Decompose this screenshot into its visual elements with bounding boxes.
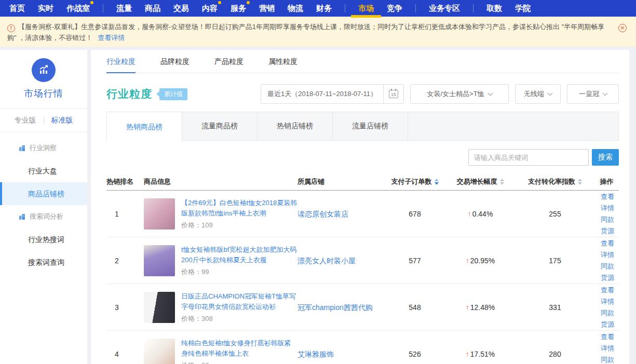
nav-label: 交易 [173,4,189,12]
nav-divider [415,4,416,12]
same-source-link[interactable]: 同款货源 [601,307,619,330]
same-source-link[interactable]: 同款货源 [601,214,619,237]
nav-item-home[interactable]: 首页 [9,0,25,17]
subtab-hot-shops[interactable]: 热销店铺榜 [257,112,333,140]
sidebar-item-search-word-query[interactable]: 搜索词查询 [0,251,87,274]
shop-level-dropdown[interactable]: 一皇冠 [567,84,619,104]
product-image[interactable] [144,198,175,230]
search-input[interactable] [468,149,589,166]
search-bar: 搜索 [106,149,619,166]
tab-brand-granularity[interactable]: 品牌粒度 [160,50,190,73]
nav-item-business-zone[interactable]: 业务专区 [429,0,460,17]
version-pro[interactable]: 专业版 [15,116,36,125]
sidebar-item-product-shop-rank[interactable]: 商品店铺榜 [0,182,87,205]
market-chart-icon [32,58,56,82]
shop-link[interactable]: 读恋原创女装店 [297,209,385,219]
nav-item-finance[interactable]: 财务 [316,0,332,17]
col-growth: 交易增长幅度 [445,177,516,186]
growth-value: 20.95% [470,257,495,265]
product-title-link[interactable]: 日版正品CHAMPION冠军短袖T恤草写字母印花男女情侣款宽松运动衫 [181,291,297,312]
nav-item-logistics[interactable]: 物流 [288,0,303,17]
nav-item-goods[interactable]: 商品 [145,0,160,17]
sidebar-item-industry-board[interactable]: 行业大盘 [0,159,87,182]
product-title-link[interactable]: 【2件69元】白色短袖t恤女2018夏装韩版新款韩范t恤ins半袖上衣潮 [181,198,297,219]
app-title: 市场行情 [0,87,87,100]
tab-product-granularity[interactable]: 产品粒度 [214,50,243,73]
table-row: 2 t恤女短袖韩版bf宽松超大款加肥加大码200斤中长款纯棉夏天上衣服 价格：9… [106,237,619,284]
nav-item-academy[interactable]: 学院 [515,0,531,17]
nav-item-data-fetch[interactable]: 取数 [486,0,502,17]
growth-value: 12.48% [470,303,495,312]
up-arrow-icon [466,303,469,312]
close-icon[interactable]: ✕ [618,24,627,32]
up-arrow-icon [466,257,469,265]
actions-cell: 查看详情 同款货源 [594,331,619,364]
sort-orders-icon[interactable] [435,179,439,185]
sidebar: 市场行情 专业版 标准版 行业洞察 行业大盘 商品店铺榜 搜索词分析 行业热搜词… [0,50,87,364]
view-detail-link[interactable]: 查看详情 [601,238,619,261]
date-range-picker[interactable]: 最近1天（2018-07-11~2018-07-11） 15 [261,84,404,104]
calendar-icon[interactable]: 15 [384,85,403,103]
nav-item-content[interactable]: 内容 [202,0,218,17]
growth-cell: 12.48% [445,303,516,312]
product-image[interactable] [144,292,175,323]
view-detail-link[interactable]: 查看详情 [601,285,619,307]
growth-value: 0.44% [472,210,493,218]
view-detail-link[interactable]: 查看详情 [601,331,619,354]
banner-detail-link[interactable]: 查看详情 [98,34,125,42]
rank-value: 2 [106,257,144,265]
subtab-traffic-products[interactable]: 流量商品榜 [182,112,258,140]
date-range-value: 最近1天（2018-07-11~2018-07-11） [261,85,384,103]
shop-link[interactable]: 艾琳雅服饰 [297,349,385,359]
search-button[interactable]: 搜索 [592,149,619,166]
nav-item-marketing[interactable]: 营销 [259,0,275,17]
actions-cell: 查看详情 同款货源 [594,285,619,330]
nav-item-service[interactable]: 服务 [231,0,246,17]
page-body: 市场行情 专业版 标准版 行业洞察 行业大盘 商品店铺榜 搜索词分析 行业热搜词… [0,50,636,364]
notification-dot [218,1,221,4]
nav-label: 业务专区 [429,4,460,12]
tab-industry-granularity[interactable]: 行业粒度 [106,50,136,73]
shop-link[interactable]: 漂亮女人时装小屋 [297,255,385,266]
orders-value: 678 [385,210,445,218]
same-source-link[interactable]: 同款货源 [601,354,619,364]
product-price: 价格：308 [181,314,297,323]
product-image[interactable] [144,339,175,364]
orders-value: 577 [385,257,445,265]
col-conversion-label: 支付转化率指数 [528,177,575,186]
nav-item-market[interactable]: 市场 [358,0,374,17]
actions-cell: 查看详情 同款货源 [594,238,619,284]
col-product-info: 商品信息 [144,177,297,186]
shop-link[interactable]: 冠军champion茜茜代购 [297,302,385,313]
product-cell: t恤女短袖韩版bf宽松超大款加肥加大码200斤中长款纯棉夏天上衣服 价格：99 [144,245,297,277]
version-divider [44,117,44,124]
product-image[interactable] [144,245,175,276]
subtab-hot-products[interactable]: 热销商品榜 [106,112,182,142]
nav-item-realtime[interactable]: 实时 [38,0,53,17]
nav-item-trade[interactable]: 交易 [173,0,189,17]
terminal-dropdown[interactable]: 无线端 [515,84,561,104]
sidebar-item-hot-search-words[interactable]: 行业热搜词 [0,228,87,251]
rank-value: 1 [106,210,144,218]
up-arrow-icon [468,210,471,218]
subtab-traffic-shops[interactable]: 流量店铺榜 [332,112,408,140]
version-standard[interactable]: 标准版 [51,116,73,125]
sort-conversion-icon[interactable] [578,179,582,185]
col-rank: 热销排名 [106,177,144,186]
product-title-link[interactable]: 纯棉白色短袖t恤女修身打底衫韩版紧身纯色棉半袖体恤上衣 [181,338,297,359]
nav-item-traffic[interactable]: 流量 [116,0,132,17]
building-icon [19,145,25,152]
view-detail-link[interactable]: 查看详情 [601,191,619,214]
nav-label: 实时 [38,4,53,12]
filter-bar: 最近1天（2018-07-11~2018-07-11） 15 女装/女士精品>T… [261,84,619,104]
same-source-link[interactable]: 同款货源 [601,261,619,284]
product-price: 价格：88 [181,361,297,364]
nav-item-warroom[interactable]: 作战室 [66,0,90,17]
nav-label: 服务 [231,4,246,12]
tab-attribute-granularity[interactable]: 属性粒度 [268,50,297,73]
product-title-link[interactable]: t恤女短袖韩版bf宽松超大款加肥加大码200斤中长款纯棉夏天上衣服 [181,245,297,265]
category-dropdown[interactable]: 女装/女士精品>T恤 [410,84,509,104]
nav-label: 商品 [145,4,160,12]
nav-item-competition[interactable]: 竞争 [387,0,402,17]
sort-growth-icon[interactable] [500,179,504,185]
